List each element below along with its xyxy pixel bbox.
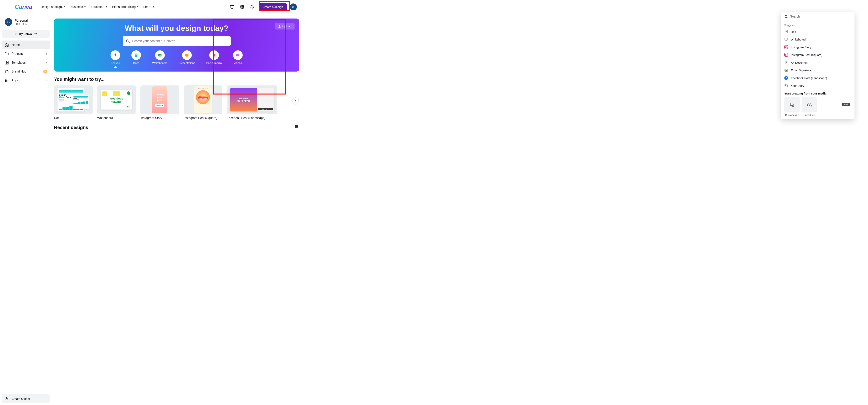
top-icons: Create a design S bbox=[228, 3, 297, 10]
svg-rect-30 bbox=[160, 55, 161, 56]
cat-label: For you bbox=[111, 62, 120, 65]
chevron-down-icon: ▼ bbox=[105, 6, 107, 8]
scroll-right-button[interactable]: › bbox=[292, 97, 299, 104]
avatar: S bbox=[5, 18, 12, 26]
folder-icon bbox=[5, 52, 9, 56]
thumb-text: Docs bbox=[76, 99, 80, 100]
cat-docs[interactable]: Docs bbox=[131, 50, 141, 68]
main: S Personal Free• 1 ♛ Try Canva Pro Home … bbox=[0, 14, 302, 138]
apps-icon bbox=[5, 78, 9, 83]
home-icon bbox=[5, 43, 9, 47]
svg-point-6 bbox=[23, 23, 24, 24]
thumb-text: 60% OFF bbox=[258, 108, 273, 110]
svg-point-22 bbox=[126, 40, 129, 42]
nav-business[interactable]: Business▼ bbox=[70, 5, 86, 9]
try-card-ig-post[interactable]: SHARE YOUR STYLE PERFECT YOUR POST Insta… bbox=[184, 86, 222, 120]
cat-whiteboards[interactable]: Whiteboards bbox=[152, 50, 167, 68]
upload-button[interactable]: Upload bbox=[275, 23, 294, 30]
upload-icon bbox=[278, 25, 281, 28]
nav-label: Learn bbox=[143, 5, 151, 9]
nav-label: Plans and pricing bbox=[112, 5, 136, 9]
hero-search-input[interactable] bbox=[132, 39, 227, 43]
svg-point-15 bbox=[6, 80, 7, 81]
cat-label: Whiteboards bbox=[152, 62, 167, 65]
card-label: Facebook Post (Landscape) bbox=[227, 116, 277, 120]
thumb-text: YOUR FEED bbox=[237, 100, 250, 103]
thumb-text: INSPIRE bbox=[239, 97, 248, 100]
sidebar-item-home[interactable]: Home bbox=[2, 40, 50, 50]
cat-social-media[interactable]: Social media bbox=[207, 50, 222, 68]
chevron-down-icon: ▼ bbox=[64, 6, 66, 8]
svg-rect-8 bbox=[7, 61, 8, 62]
thumb-text: SHARE YOUR STYLE bbox=[194, 88, 212, 89]
svg-point-19 bbox=[8, 82, 8, 82]
templates-icon bbox=[5, 61, 9, 65]
nav-education[interactable]: Education▼ bbox=[91, 5, 107, 9]
svg-point-13 bbox=[8, 79, 8, 80]
list-view-icon[interactable] bbox=[294, 124, 299, 129]
cat-videos[interactable]: Videos bbox=[233, 50, 243, 68]
upload-label: Upload bbox=[282, 25, 291, 28]
hero-banner: Upload What will you design today? For y… bbox=[54, 19, 299, 71]
svg-point-33 bbox=[295, 125, 296, 126]
svg-point-5 bbox=[242, 6, 243, 7]
nav-learn[interactable]: Learn▼ bbox=[143, 5, 154, 9]
menu-icon[interactable] bbox=[5, 4, 11, 10]
logo[interactable]: Canva bbox=[15, 3, 32, 10]
try-card-fb-post[interactable]: INSPIRE YOUR FEED 60% OFF Facebook Post … bbox=[227, 86, 277, 120]
bell-icon[interactable] bbox=[249, 3, 255, 10]
nav-label: Education bbox=[91, 5, 104, 9]
docs-icon bbox=[134, 53, 138, 57]
try-card-doc[interactable]: Design Visual Docs ━━━━━━━━━━━━━━━━━━━━━… bbox=[54, 86, 93, 120]
cat-for-you[interactable]: For you bbox=[111, 50, 120, 68]
brand-icon bbox=[5, 69, 9, 74]
svg-point-35 bbox=[295, 126, 296, 127]
thumb-text: Get ideas bbox=[103, 97, 130, 100]
whiteboard-icon bbox=[158, 53, 162, 57]
sidebar-item-apps[interactable]: Apps › bbox=[2, 76, 50, 85]
svg-line-23 bbox=[129, 42, 129, 42]
cat-presentations[interactable]: Presentations bbox=[179, 50, 195, 68]
sidebar: S Personal Free• 1 ♛ Try Canva Pro Home … bbox=[0, 14, 52, 138]
presentation-icon bbox=[185, 53, 189, 57]
pro-badge-icon: ♛ bbox=[43, 70, 47, 73]
heart-icon bbox=[212, 53, 216, 57]
desktop-icon[interactable] bbox=[228, 3, 236, 10]
thumb-text: DESIGN NOW bbox=[155, 104, 164, 107]
avatar[interactable]: S bbox=[290, 3, 297, 10]
try-section-title: You might want to try... bbox=[54, 76, 299, 82]
video-icon bbox=[236, 53, 240, 57]
thumb-text: post bbox=[152, 99, 167, 101]
recent-title: Recent designs bbox=[54, 125, 88, 130]
svg-point-12 bbox=[6, 79, 7, 80]
svg-rect-10 bbox=[5, 70, 8, 73]
try-card-whiteboard[interactable]: ✻❁ Get ideas flowing Whiteboard bbox=[97, 86, 136, 120]
card-label: Whiteboard bbox=[97, 116, 136, 120]
try-pro-button[interactable]: ♛ Try Canva Pro bbox=[2, 30, 50, 38]
try-card-ig-story[interactable]: ∞ Perfect your post DESIGN NOW Instagram… bbox=[141, 86, 179, 120]
svg-rect-32 bbox=[236, 54, 239, 56]
create-design-button[interactable]: Create a design bbox=[259, 3, 287, 10]
sparkle-icon bbox=[113, 53, 118, 58]
svg-point-16 bbox=[8, 80, 8, 81]
try-pro-label: Try Canva Pro bbox=[19, 32, 37, 35]
card-label: Doc bbox=[54, 116, 93, 120]
members-count: 1 bbox=[25, 22, 27, 25]
chevron-down-icon: ▼ bbox=[84, 6, 86, 8]
plan-label: Free bbox=[15, 22, 20, 25]
account-block[interactable]: S Personal Free• 1 bbox=[2, 17, 50, 29]
chevron-right-icon: › bbox=[46, 52, 47, 56]
svg-rect-26 bbox=[135, 55, 137, 55]
svg-point-18 bbox=[6, 82, 7, 82]
nav-label: Business bbox=[70, 5, 83, 9]
nav-design-spotlight[interactable]: Design spotlight▼ bbox=[41, 5, 66, 9]
crown-icon: ♛ bbox=[14, 32, 17, 35]
nav-plans[interactable]: Plans and pricing▼ bbox=[112, 5, 139, 9]
svg-point-14 bbox=[5, 80, 6, 81]
sidebar-item-projects[interactable]: Projects › bbox=[2, 50, 50, 58]
gear-icon[interactable] bbox=[239, 3, 246, 10]
sidebar-item-brand-hub[interactable]: Brand Hub ♛ bbox=[2, 67, 50, 76]
thumb-text: Docs bbox=[65, 96, 71, 98]
sidebar-item-templates[interactable]: Templates › bbox=[2, 58, 50, 67]
hero-search[interactable] bbox=[123, 36, 231, 46]
